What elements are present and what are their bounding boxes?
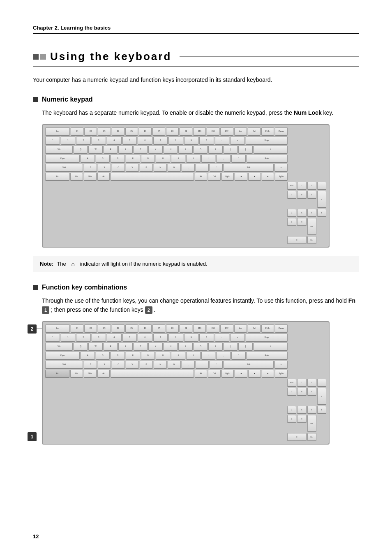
- k2-8: 8: [168, 334, 183, 342]
- k2-rbracket: ]: [238, 343, 252, 351]
- k2-m: M: [168, 361, 181, 369]
- k2-capslock: Caps: [45, 352, 80, 360]
- np-5: 5: [297, 209, 306, 217]
- k-f11: F11: [207, 127, 219, 136]
- np2-2: 2: [287, 415, 296, 423]
- k2-tilde: `: [45, 334, 60, 342]
- k2-b: B: [140, 361, 153, 369]
- k2-0: 0: [199, 334, 214, 342]
- k2-x: X: [98, 361, 111, 369]
- kb-numpad-2: Num / * - 7 8 9 + 4 5 6 1 2 3 Ent 0 Del: [287, 379, 326, 441]
- bullet-numeric: [33, 97, 38, 102]
- page-number: 12: [33, 533, 39, 540]
- k-equals: =: [230, 137, 245, 145]
- k2-e: E: [104, 343, 118, 351]
- k-o: O: [194, 146, 208, 154]
- np-2: 2: [287, 218, 296, 226]
- np2-9: 9: [307, 388, 316, 396]
- k-f2: F2: [84, 127, 97, 136]
- np2-7: 7: [287, 388, 296, 396]
- np-add: +: [317, 191, 326, 208]
- k2-right: ►: [262, 370, 274, 378]
- kb-row-5-2: Fn Ctrl Win Alt Alt Ctrl PgUp ◄ ▼ ► PgDn: [45, 370, 288, 378]
- k2-pgdn: PgDn: [275, 370, 288, 378]
- k-pgup: PgUp: [221, 173, 234, 181]
- k2-down: ▼: [248, 370, 261, 378]
- k2-f9: F9: [180, 324, 192, 333]
- k-s: S: [96, 155, 110, 163]
- k2-pause: Pause: [275, 324, 288, 333]
- k2-i: I: [178, 343, 192, 351]
- k2-backspace: Bksp: [246, 334, 288, 342]
- np-mul: *: [307, 182, 316, 190]
- section-icon: [33, 54, 46, 60]
- k-f1: F1: [71, 127, 83, 136]
- np2-del: Del: [307, 433, 316, 441]
- k-g: G: [141, 155, 155, 163]
- k-insert: Ins: [234, 127, 247, 136]
- k2-s: S: [96, 352, 110, 360]
- home-icon: ⌂: [69, 260, 77, 268]
- np2-numlock: Num: [287, 379, 296, 387]
- np2-mul: *: [307, 379, 316, 387]
- section-title: Using the keyboard: [50, 50, 171, 63]
- k-r: R: [118, 146, 132, 154]
- k2-f4: F4: [112, 324, 125, 333]
- subsection-title-function: Function key combinations: [42, 284, 127, 291]
- k2-h: H: [156, 352, 170, 360]
- k2-quote: ': [231, 352, 246, 360]
- k-minus: -: [215, 137, 230, 145]
- k2-6: 6: [138, 334, 152, 342]
- np-9: 9: [307, 191, 316, 199]
- k-y: Y: [148, 146, 162, 154]
- callout-line-2: [37, 329, 42, 329]
- k-f8: F8: [166, 127, 179, 136]
- k2-fn: Fn: [45, 370, 69, 378]
- k-pgdn: PgDn: [275, 173, 288, 181]
- kb-main-2: Esc F1 F2 F3 F4 F5 F6 F7 F8 F9 F10 F11 F…: [45, 324, 288, 379]
- numpad-desc-2: key.: [322, 109, 334, 116]
- k-delete: Del: [248, 127, 261, 136]
- callout-label-2: 2: [28, 324, 37, 334]
- k-7: 7: [153, 137, 168, 145]
- k-0: 0: [199, 137, 214, 145]
- k2-k: K: [186, 352, 201, 360]
- k-n: N: [154, 164, 167, 172]
- k-p: P: [208, 146, 222, 154]
- kb-main-1: Esc F1 F2 F3 F4 F5 F6 F7 F8 F9 F10 F11 F…: [45, 127, 288, 182]
- k-down: ▼: [248, 173, 261, 181]
- k-f5: F5: [125, 127, 138, 136]
- np2-0: 0: [287, 433, 307, 441]
- k-lctrl: Ctrl: [70, 173, 83, 181]
- k-8: 8: [168, 137, 183, 145]
- np-0: 0: [287, 236, 307, 244]
- k-q: Q: [74, 146, 88, 154]
- k-period: .: [196, 164, 209, 172]
- k-f4: F4: [112, 127, 125, 136]
- k2-9: 9: [184, 334, 199, 342]
- k-w: W: [88, 146, 102, 154]
- k2-v: V: [126, 361, 139, 369]
- k2-lbracket: [: [224, 343, 238, 351]
- np2-4: 4: [287, 406, 296, 414]
- k2-f1: F1: [71, 324, 83, 333]
- keyboard-drawing-1: Esc F1 F2 F3 F4 F5 F6 F7 F8 F9 F10 F11 F…: [42, 124, 330, 248]
- k2-period: .: [196, 361, 209, 369]
- k-f12: F12: [220, 127, 233, 136]
- subsection-title-numeric: Numeric keypad: [42, 96, 93, 103]
- k2-equals: =: [230, 334, 245, 342]
- section-title-row: Using the keyboard: [33, 50, 359, 67]
- k-left: ◄: [235, 173, 247, 181]
- k-esc: Esc: [45, 127, 70, 136]
- subsection-header-function: Function key combinations: [33, 284, 359, 291]
- k2-rshift: Shift: [224, 361, 274, 369]
- k-3: 3: [92, 137, 106, 145]
- k-lalt: Alt: [97, 173, 110, 181]
- k2-f2: F2: [84, 324, 97, 333]
- k2-lalt: Alt: [97, 370, 110, 378]
- k-9: 9: [184, 137, 199, 145]
- k-space: [111, 173, 194, 181]
- np2-8: 8: [297, 388, 306, 396]
- k-semicolon: ;: [216, 155, 231, 163]
- k-6: 6: [138, 137, 152, 145]
